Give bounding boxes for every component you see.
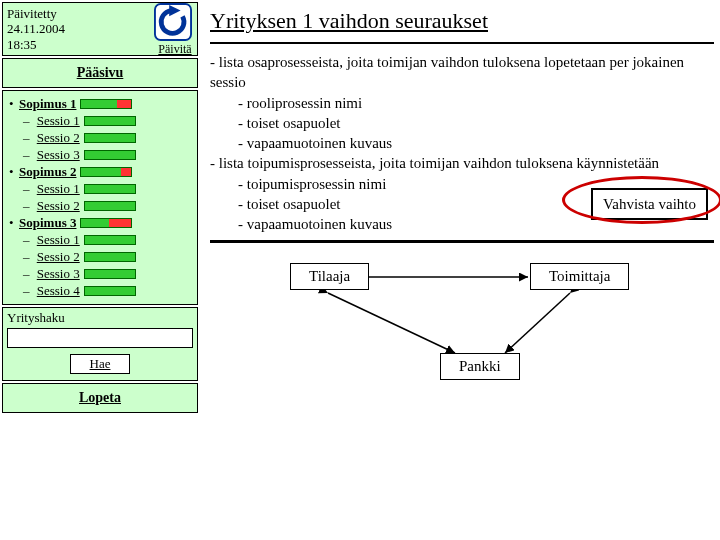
diagram-box-toimittaja: Toimittaja — [530, 263, 629, 290]
progress-bar — [80, 218, 132, 228]
divider — [210, 42, 714, 44]
updated-label: Päivitetty — [7, 6, 65, 22]
svg-line-3 — [505, 293, 570, 353]
search-input[interactable] — [7, 328, 193, 348]
nav-sessio[interactable]: – Sessio 3 — [23, 147, 191, 163]
content-line: - toiset osapuolet — [238, 113, 714, 133]
content-text: - lista osaprosesseista, joita toimijan … — [210, 52, 714, 234]
diagram-lines — [210, 253, 714, 423]
page-title: Yrityksen 1 vaihdon seuraukset — [210, 8, 714, 34]
nav-sopimus-1[interactable]: •Sopimus 1 — [9, 96, 191, 112]
updated-date: 24.11.2004 — [7, 21, 65, 37]
progress-bar — [80, 99, 132, 109]
nav-sopimus-3[interactable]: •Sopimus 3 — [9, 215, 191, 231]
content-line: - vapaamuotoinen kuvaus — [238, 133, 714, 153]
progress-bar — [84, 133, 136, 143]
divider — [210, 240, 714, 243]
progress-bar — [84, 269, 136, 279]
content-line: - lista osaprosesseista, joita toimijan … — [210, 52, 714, 93]
diagram-box-tilaaja: Tilaaja — [290, 263, 369, 290]
progress-bar — [84, 184, 136, 194]
quit-button[interactable]: Lopeta — [2, 383, 198, 413]
nav-sessio[interactable]: – Sessio 1 — [23, 181, 191, 197]
nav-sessio[interactable]: – Sessio 2 — [23, 198, 191, 214]
nav-sessio[interactable]: – Sessio 2 — [23, 249, 191, 265]
refresh-link[interactable]: Päivitä — [158, 42, 191, 57]
nav-sessio[interactable]: – Sessio 4 — [23, 283, 191, 299]
svg-line-2 — [328, 293, 455, 353]
confirm-button[interactable]: Vahvista vaihto — [591, 188, 708, 220]
nav-tree: •Sopimus 1 – Sessio 1 – Sessio 2 – Sessi… — [2, 90, 198, 305]
diagram-box-pankki: Pankki — [440, 353, 520, 380]
nav-sopimus-2[interactable]: •Sopimus 2 — [9, 164, 191, 180]
mainpage-link[interactable]: Pääsivu — [2, 58, 198, 88]
progress-bar — [84, 150, 136, 160]
content-line: - lista toipumisprosesseista, joita toim… — [210, 153, 714, 173]
progress-bar — [80, 167, 132, 177]
progress-bar — [84, 201, 136, 211]
search-button[interactable]: Hae — [70, 354, 130, 374]
content-line: - rooliprosessin nimi — [238, 93, 714, 113]
progress-bar — [84, 286, 136, 296]
progress-bar — [84, 252, 136, 262]
diagram: Tilaaja Toimittaja Pankki — [210, 253, 714, 423]
refresh-icon[interactable] — [153, 2, 193, 42]
nav-sessio[interactable]: – Sessio 1 — [23, 113, 191, 129]
updated-text: Päivitetty 24.11.2004 18:35 — [7, 6, 65, 53]
nav-sessio[interactable]: – Sessio 3 — [23, 266, 191, 282]
main-panel: Yrityksen 1 vaihdon seuraukset - lista o… — [210, 4, 714, 423]
progress-bar — [84, 116, 136, 126]
updated-panel: Päivitetty 24.11.2004 18:35 Päivitä — [2, 2, 198, 56]
search-panel: Yrityshaku Hae — [2, 307, 198, 381]
nav-sessio[interactable]: – Sessio 2 — [23, 130, 191, 146]
nav-sessio[interactable]: – Sessio 1 — [23, 232, 191, 248]
search-label: Yrityshaku — [7, 310, 193, 326]
progress-bar — [84, 235, 136, 245]
updated-time: 18:35 — [7, 37, 65, 53]
